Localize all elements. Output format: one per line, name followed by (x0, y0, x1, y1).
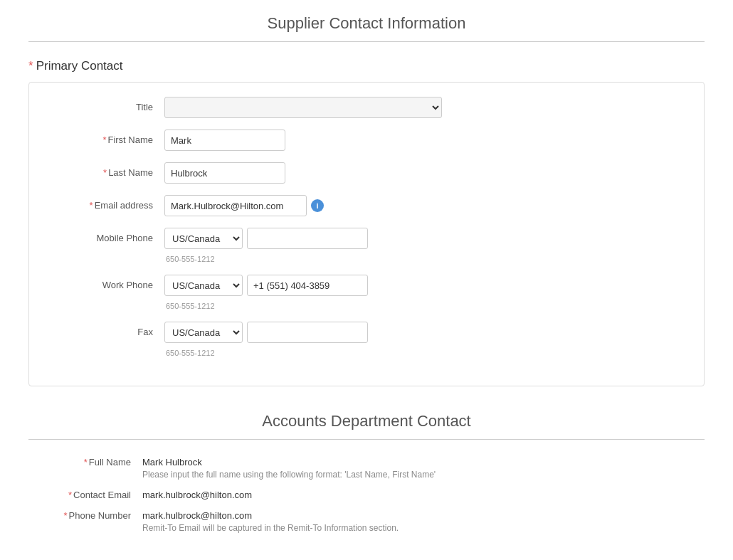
mobile-phone-input[interactable] (247, 228, 368, 249)
phone-number-note: Remit-To Email will be captured in the R… (142, 523, 399, 533)
email-row: *Email address i (51, 195, 682, 216)
first-name-row: *First Name (51, 130, 682, 151)
email-label: *Email address (51, 195, 164, 211)
contact-email-value: mark.hulbrock@hilton.com (142, 487, 252, 500)
fax-row: Fax US/Canada Other 650-555-1212 (51, 322, 682, 357)
fax-label: Fax (51, 322, 164, 337)
email-value-group: i (164, 195, 324, 216)
primary-contact-label: Primary Contact (36, 59, 123, 73)
full-name-label: *Full Name (28, 454, 142, 467)
last-name-input[interactable] (164, 162, 285, 184)
phone-number-value-group: mark.hulbrock@hilton.com Remit-To Email … (142, 507, 399, 533)
primary-contact-header: * Primary Contact (28, 59, 705, 73)
primary-contact-section: * Primary Contact Title Mr. Ms. Dr. *Fir… (28, 59, 705, 386)
title-label: Title (51, 97, 164, 112)
title-row: Title Mr. Ms. Dr. (51, 97, 682, 118)
accounts-department-section: Accounts Department Contact *Full Name M… (28, 412, 705, 533)
first-name-label: *First Name (51, 130, 164, 145)
email-input[interactable] (164, 195, 307, 216)
accounts-department-title: Accounts Department Contact (28, 412, 705, 440)
full-name-hint: Please input the full name using the fol… (142, 470, 436, 480)
last-name-row: *Last Name (51, 162, 682, 184)
mobile-phone-group: US/Canada Other 650-555-1212 (164, 228, 368, 263)
work-phone-inputs: US/Canada Other (164, 275, 368, 296)
work-phone-label: Work Phone (51, 275, 164, 290)
page-title: Supplier Contact Information (28, 14, 705, 42)
title-select[interactable]: Mr. Ms. Dr. (164, 97, 442, 118)
full-name-row: *Full Name Mark Hulbrock Please input th… (28, 454, 705, 480)
first-name-input[interactable] (164, 130, 285, 151)
mobile-phone-inputs: US/Canada Other (164, 228, 368, 249)
work-phone-row: Work Phone US/Canada Other 650-555-1212 (51, 275, 682, 310)
mobile-phone-row: Mobile Phone US/Canada Other 650-555-121… (51, 228, 682, 263)
full-name-value: Mark Hulbrock (142, 454, 436, 467)
email-info-icon[interactable]: i (311, 199, 324, 212)
required-star: * (28, 59, 33, 73)
contact-email-label: *Contact Email (28, 487, 142, 500)
primary-contact-card: Title Mr. Ms. Dr. *First Name *Last Name (28, 82, 705, 386)
contact-email-row: *Contact Email mark.hulbrock@hilton.com (28, 487, 705, 500)
fax-group: US/Canada Other 650-555-1212 (164, 322, 368, 357)
fax-input[interactable] (247, 322, 368, 343)
work-phone-country-select[interactable]: US/Canada Other (164, 275, 243, 296)
mobile-phone-country-select[interactable]: US/Canada Other (164, 228, 243, 249)
phone-number-row: *Phone Number mark.hulbrock@hilton.com R… (28, 507, 705, 533)
mobile-phone-hint: 650-555-1212 (166, 255, 215, 263)
fax-country-select[interactable]: US/Canada Other (164, 322, 243, 343)
last-name-label: *Last Name (51, 162, 164, 178)
work-phone-group: US/Canada Other 650-555-1212 (164, 275, 368, 310)
work-phone-hint: 650-555-1212 (166, 302, 215, 310)
phone-number-label: *Phone Number (28, 507, 142, 521)
mobile-phone-label: Mobile Phone (51, 228, 164, 243)
work-phone-input[interactable] (247, 275, 368, 296)
phone-number-value: mark.hulbrock@hilton.com (142, 507, 399, 521)
full-name-value-group: Mark Hulbrock Please input the full name… (142, 454, 436, 480)
fax-inputs: US/Canada Other (164, 322, 368, 343)
fax-hint: 650-555-1212 (166, 349, 215, 357)
